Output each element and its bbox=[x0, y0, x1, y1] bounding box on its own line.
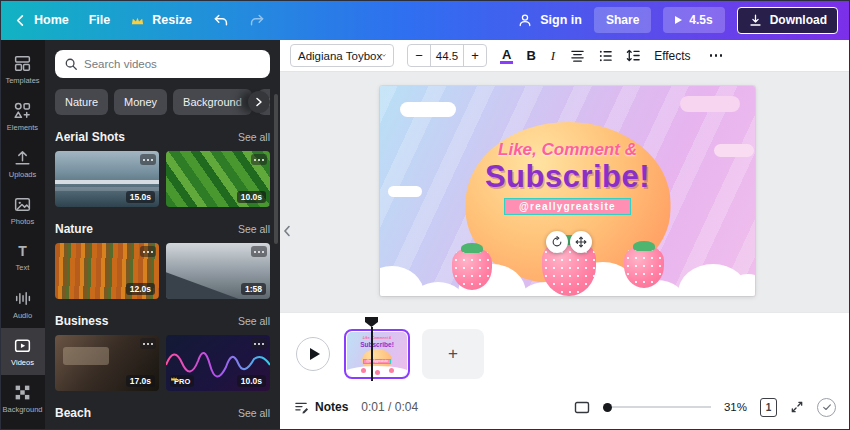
zoom-percent: 31% bbox=[724, 401, 747, 413]
notes-button[interactable]: Notes bbox=[294, 400, 348, 415]
sign-in-button[interactable]: Sign in bbox=[517, 12, 582, 28]
spacing-button[interactable] bbox=[626, 48, 641, 63]
filter-chip-background[interactable]: Background bbox=[173, 89, 252, 115]
undo-button[interactable] bbox=[212, 12, 229, 29]
sidebar-item-audio[interactable]: Audio bbox=[0, 281, 45, 328]
design-handle-banner[interactable]: @reallygreatsite bbox=[504, 198, 631, 215]
move-handle[interactable] bbox=[570, 231, 592, 253]
sidebar: Templates Elements Uploads Photos T Text… bbox=[0, 40, 45, 430]
status-bar: Notes 0:01 / 0:04 31% 1 bbox=[280, 394, 850, 420]
video-thumbnail[interactable]: 10.0s bbox=[166, 151, 270, 207]
home-label: Home bbox=[34, 13, 69, 27]
video-search-box[interactable] bbox=[55, 50, 270, 78]
design-text-line1[interactable]: Like, Comment & bbox=[380, 140, 755, 160]
timeline-clip[interactable]: Like, Comment & Subscribe! @reallygreats… bbox=[344, 329, 410, 379]
thumbnail-more-icon[interactable] bbox=[140, 246, 156, 257]
see-all-link[interactable]: See all bbox=[238, 315, 270, 327]
video-thumbnail[interactable]: 1:58 bbox=[166, 243, 270, 299]
bold-button[interactable]: B bbox=[526, 48, 535, 63]
panel-collapse-button[interactable] bbox=[280, 218, 294, 244]
fullscreen-button[interactable] bbox=[790, 400, 804, 414]
video-thumbnail[interactable]: PRO 10.0s bbox=[166, 335, 270, 391]
add-clip-button[interactable]: + bbox=[422, 329, 484, 379]
text-align-icon bbox=[570, 48, 585, 63]
duration-badge: 10.0s bbox=[237, 191, 266, 203]
more-options-button[interactable] bbox=[710, 54, 723, 57]
redo-icon bbox=[249, 12, 266, 29]
redo-button[interactable] bbox=[249, 12, 266, 29]
sign-in-label: Sign in bbox=[540, 13, 582, 27]
text-color-button[interactable]: A bbox=[500, 48, 513, 64]
pro-badge: PRO bbox=[170, 375, 194, 387]
list-button[interactable] bbox=[598, 48, 613, 63]
section-title: Aerial Shots bbox=[55, 130, 125, 144]
sidebar-item-photos[interactable]: Photos bbox=[0, 187, 45, 234]
resize-button[interactable]: Resize bbox=[130, 13, 192, 27]
timeline-clip-thumbnail: Like, Comment & Subscribe! @reallygreats… bbox=[347, 332, 407, 376]
sidebar-item-elements[interactable]: Elements bbox=[0, 93, 45, 140]
italic-button[interactable]: I bbox=[549, 48, 557, 64]
font-selector[interactable]: Adigiana Toybox bbox=[290, 44, 394, 67]
chevron-down-icon bbox=[382, 51, 386, 60]
chips-scroll-button[interactable] bbox=[248, 91, 270, 113]
line-spacing-icon bbox=[626, 48, 641, 63]
sidebar-item-templates[interactable]: Templates bbox=[0, 46, 45, 93]
see-all-link[interactable]: See all bbox=[238, 131, 270, 143]
thumbnail-more-icon[interactable] bbox=[140, 154, 156, 165]
video-thumbnail[interactable]: 17.0s bbox=[55, 335, 159, 391]
thumbnail-more-icon[interactable] bbox=[251, 154, 267, 165]
cloud bbox=[400, 102, 456, 117]
text-toolbar: Adigiana Toybox − 44.5 + A B I Effects bbox=[280, 40, 850, 72]
search-input[interactable] bbox=[84, 58, 261, 70]
font-size-decrease[interactable]: − bbox=[408, 45, 430, 66]
crown-icon bbox=[170, 375, 178, 382]
duration-view-toggle[interactable] bbox=[574, 401, 590, 414]
home-button[interactable]: Home bbox=[14, 13, 69, 27]
download-label: Download bbox=[770, 13, 827, 27]
zoom-slider[interactable] bbox=[603, 403, 711, 412]
page-indicator[interactable]: 1 bbox=[760, 398, 777, 417]
slider-track bbox=[612, 406, 711, 408]
video-thumbnail[interactable]: 12.0s bbox=[55, 243, 159, 299]
thumbnail-more-icon[interactable] bbox=[251, 338, 267, 349]
align-button[interactable] bbox=[570, 48, 585, 63]
thumbnail-more-icon[interactable] bbox=[251, 246, 267, 257]
see-all-link[interactable]: See all bbox=[238, 407, 270, 419]
font-size-value[interactable]: 44.5 bbox=[430, 45, 464, 66]
playhead-line[interactable] bbox=[371, 327, 373, 381]
duration-badge: 10.0s bbox=[237, 375, 266, 387]
download-button[interactable]: Download bbox=[737, 7, 838, 34]
move-icon bbox=[575, 236, 587, 248]
filter-chip-nature[interactable]: Nature bbox=[55, 89, 108, 115]
thumbnail-more-icon[interactable] bbox=[140, 338, 156, 349]
time-display: 0:01 / 0:04 bbox=[361, 400, 418, 414]
background-icon bbox=[13, 383, 32, 402]
font-size-increase[interactable]: + bbox=[464, 45, 486, 66]
done-check-button[interactable] bbox=[817, 398, 836, 417]
section-aerial-shots: Aerial Shots See all bbox=[55, 130, 270, 144]
panel-scrollbar[interactable] bbox=[274, 94, 278, 244]
search-icon bbox=[64, 57, 78, 71]
expand-icon bbox=[790, 400, 804, 414]
duration-badge: 15.0s bbox=[126, 191, 155, 203]
design-text-line2[interactable]: Subscribe! bbox=[380, 160, 755, 194]
slider-knob[interactable] bbox=[603, 403, 612, 412]
play-preview-button[interactable]: 4.5s bbox=[663, 7, 724, 33]
sidebar-item-uploads[interactable]: Uploads bbox=[0, 140, 45, 187]
plus-icon: + bbox=[448, 344, 458, 364]
section-title: Beach bbox=[55, 406, 91, 420]
share-button[interactable]: Share bbox=[594, 7, 651, 33]
effects-button[interactable]: Effects bbox=[654, 49, 690, 63]
file-button[interactable]: File bbox=[89, 13, 111, 27]
rotate-handle[interactable] bbox=[546, 231, 568, 253]
timeline-play-button[interactable] bbox=[296, 337, 330, 371]
file-label: File bbox=[89, 13, 111, 27]
filter-chip-money[interactable]: Money bbox=[114, 89, 167, 115]
canvas-artwork[interactable]: Like, Comment & Subscribe! @reallygreats… bbox=[380, 86, 755, 296]
playhead-marker[interactable] bbox=[365, 317, 378, 327]
sidebar-item-background[interactable]: Background bbox=[0, 375, 45, 422]
sidebar-item-text[interactable]: T Text bbox=[0, 234, 45, 281]
sidebar-item-videos[interactable]: Videos bbox=[0, 328, 45, 375]
see-all-link[interactable]: See all bbox=[238, 223, 270, 235]
video-thumbnail[interactable]: 15.0s bbox=[55, 151, 159, 207]
